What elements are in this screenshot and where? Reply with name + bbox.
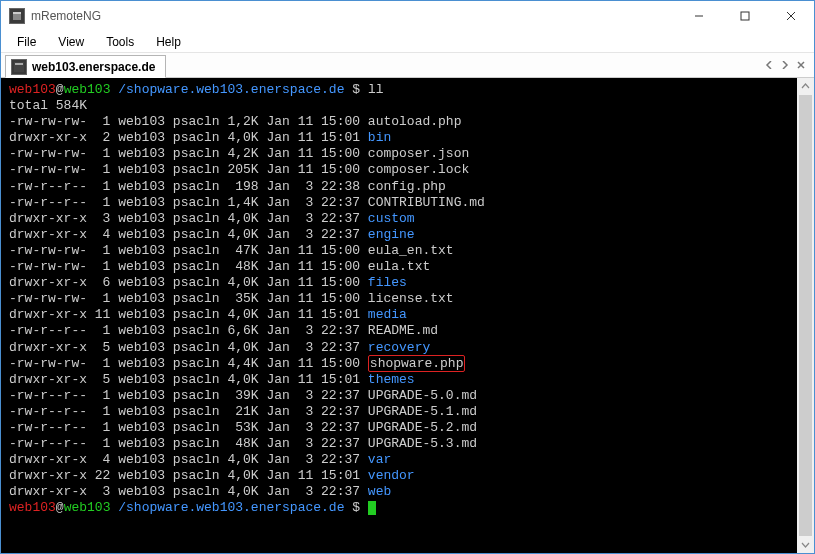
svg-rect-3 xyxy=(741,12,749,20)
tab-controls xyxy=(762,53,814,77)
ssh-icon xyxy=(11,59,27,75)
prompt-line: web103@web103 /shopware.web103.enerspace… xyxy=(9,82,814,98)
file-name: composer.json xyxy=(368,146,469,161)
file-name: composer.lock xyxy=(368,162,469,177)
file-name: recovery xyxy=(368,340,430,355)
prompt-line: web103@web103 /shopware.web103.enerspace… xyxy=(9,500,814,516)
scroll-down-button[interactable] xyxy=(797,536,814,553)
file-row: -rw-r--r-- 1 web103 psacln 53K Jan 3 22:… xyxy=(9,420,814,436)
file-row: -rw-r--r-- 1 web103 psacln 6,6K Jan 3 22… xyxy=(9,323,814,339)
file-name: var xyxy=(368,452,391,467)
file-row: drwxr-xr-x 6 web103 psacln 4,0K Jan 11 1… xyxy=(9,275,814,291)
tab-next-button[interactable] xyxy=(778,58,792,72)
app-icon xyxy=(9,8,25,24)
scroll-up-button[interactable] xyxy=(797,78,814,95)
cursor xyxy=(368,501,376,515)
tab-label: web103.enerspace.de xyxy=(32,60,155,74)
menubar: File View Tools Help xyxy=(1,31,814,53)
file-row: drwxr-xr-x 4 web103 psacln 4,0K Jan 3 22… xyxy=(9,452,814,468)
file-name: bin xyxy=(368,130,391,145)
file-row: drwxr-xr-x 22 web103 psacln 4,0K Jan 11 … xyxy=(9,468,814,484)
menu-tools[interactable]: Tools xyxy=(96,33,144,51)
menu-view[interactable]: View xyxy=(48,33,94,51)
scrollbar[interactable] xyxy=(797,78,814,553)
svg-rect-1 xyxy=(13,12,21,14)
file-name: UPGRADE-5.2.md xyxy=(368,420,477,435)
file-name: files xyxy=(368,275,407,290)
file-row: -rw-rw-rw- 1 web103 psacln 35K Jan 11 15… xyxy=(9,291,814,307)
file-name: config.php xyxy=(368,179,446,194)
file-name: UPGRADE-5.0.md xyxy=(368,388,477,403)
file-name: CONTRIBUTING.md xyxy=(368,195,485,210)
file-row: -rw-r--r-- 1 web103 psacln 39K Jan 3 22:… xyxy=(9,388,814,404)
file-row: drwxr-xr-x 4 web103 psacln 4,0K Jan 3 22… xyxy=(9,227,814,243)
maximize-button[interactable] xyxy=(722,1,768,31)
file-name: eula.txt xyxy=(368,259,430,274)
titlebar[interactable]: mRemoteNG xyxy=(1,1,814,31)
file-name: shopware.php xyxy=(368,355,466,372)
file-row: -rw-r--r-- 1 web103 psacln 198 Jan 3 22:… xyxy=(9,179,814,195)
file-name: media xyxy=(368,307,407,322)
file-row: -rw-rw-rw- 1 web103 psacln 205K Jan 11 1… xyxy=(9,162,814,178)
terminal[interactable]: web103@web103 /shopware.web103.enerspace… xyxy=(1,78,814,553)
scroll-track[interactable] xyxy=(797,95,814,536)
file-name: custom xyxy=(368,211,415,226)
close-button[interactable] xyxy=(768,1,814,31)
file-row: drwxr-xr-x 3 web103 psacln 4,0K Jan 3 22… xyxy=(9,484,814,500)
file-name: eula_en.txt xyxy=(368,243,454,258)
app-window: mRemoteNG File View Tools Help web103.en… xyxy=(0,0,815,554)
file-name: UPGRADE-5.3.md xyxy=(368,436,477,451)
file-row: drwxr-xr-x 5 web103 psacln 4,0K Jan 11 1… xyxy=(9,372,814,388)
menu-file[interactable]: File xyxy=(7,33,46,51)
menu-help[interactable]: Help xyxy=(146,33,191,51)
file-row: drwxr-xr-x 5 web103 psacln 4,0K Jan 3 22… xyxy=(9,340,814,356)
file-name: vendor xyxy=(368,468,415,483)
file-name: license.txt xyxy=(368,291,454,306)
file-name: themes xyxy=(368,372,415,387)
file-row: -rw-rw-rw- 1 web103 psacln 48K Jan 11 15… xyxy=(9,259,814,275)
file-name: engine xyxy=(368,227,415,242)
window-buttons xyxy=(676,1,814,31)
file-row: -rw-r--r-- 1 web103 psacln 21K Jan 3 22:… xyxy=(9,404,814,420)
total-line: total 584K xyxy=(9,98,814,114)
file-name: UPGRADE-5.1.md xyxy=(368,404,477,419)
tab-prev-button[interactable] xyxy=(762,58,776,72)
tabbar: web103.enerspace.de xyxy=(1,53,814,78)
svg-rect-7 xyxy=(15,63,23,65)
file-row: drwxr-xr-x 11 web103 psacln 4,0K Jan 11 … xyxy=(9,307,814,323)
file-row: drwxr-xr-x 2 web103 psacln 4,0K Jan 11 1… xyxy=(9,130,814,146)
minimize-button[interactable] xyxy=(676,1,722,31)
file-row: -rw-rw-rw- 1 web103 psacln 47K Jan 11 15… xyxy=(9,243,814,259)
file-row: -rw-r--r-- 1 web103 psacln 48K Jan 3 22:… xyxy=(9,436,814,452)
file-row: -rw-rw-rw- 1 web103 psacln 4,4K Jan 11 1… xyxy=(9,356,814,372)
file-row: -rw-rw-rw- 1 web103 psacln 4,2K Jan 11 1… xyxy=(9,146,814,162)
app-title: mRemoteNG xyxy=(31,9,101,23)
scroll-thumb[interactable] xyxy=(799,95,812,536)
file-row: -rw-rw-rw- 1 web103 psacln 1,2K Jan 11 1… xyxy=(9,114,814,130)
file-name: README.md xyxy=(368,323,438,338)
file-row: drwxr-xr-x 3 web103 psacln 4,0K Jan 3 22… xyxy=(9,211,814,227)
file-name: autoload.php xyxy=(368,114,462,129)
connection-tab[interactable]: web103.enerspace.de xyxy=(5,55,166,78)
file-row: -rw-r--r-- 1 web103 psacln 1,4K Jan 3 22… xyxy=(9,195,814,211)
tab-close-button[interactable] xyxy=(794,58,808,72)
file-name: web xyxy=(368,484,391,499)
